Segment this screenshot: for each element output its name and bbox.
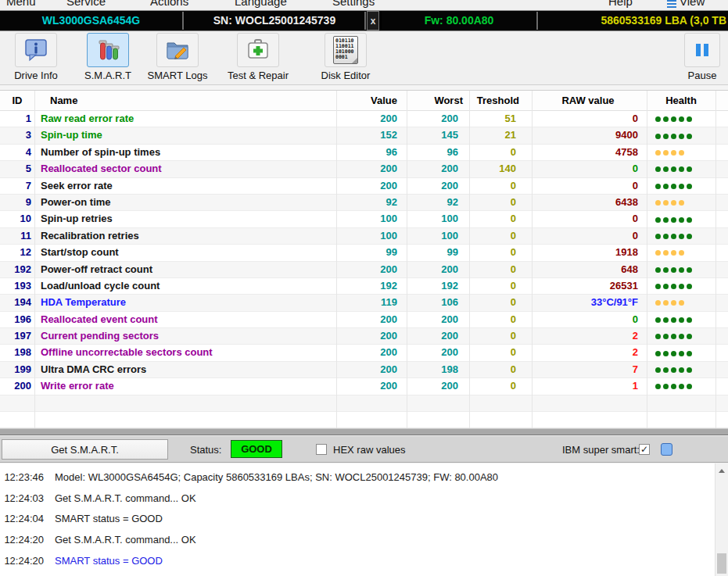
smart-button[interactable]: S.M.A.R.T <box>77 33 139 81</box>
table-row[interactable]: 200Write error rate20020001 <box>0 378 728 395</box>
attr-id: 10 <box>0 211 31 227</box>
log-message: SMART status = GOOD <box>55 555 163 567</box>
log-entries: 12:23:46Model: WL3000GSA6454G; Capacity … <box>0 467 714 571</box>
menu-item-menu[interactable]: Menu <box>6 0 36 9</box>
drive-model: WL3000GSA6454G <box>0 11 182 30</box>
health-dot-icon <box>671 234 676 239</box>
attr-worst: 200 <box>408 378 461 395</box>
health-dot-icon <box>679 250 684 256</box>
health-dot-icon <box>679 234 684 239</box>
table-row[interactable]: 198Offline uncorrectable sectors count20… <box>0 345 728 361</box>
test-repair-button[interactable]: Test & Repair <box>221 33 296 81</box>
health-dot-icon <box>687 134 692 139</box>
menu-item-settings[interactable]: Settings <box>332 0 375 9</box>
log-timestamp: 12:24:03 <box>0 492 44 504</box>
drive-capacity: 5860533169 LBA (3,0 TB <box>539 11 728 30</box>
attr-name: Current pending sectors <box>41 328 335 345</box>
health-dot-icon <box>655 284 661 289</box>
close-drive-tab-button[interactable]: x <box>367 11 379 30</box>
table-row[interactable]: 193Load/unload cycle count192192026531 <box>0 278 728 295</box>
smart-logs-button[interactable]: SMART Logs <box>142 33 213 81</box>
attr-raw-value: 648 <box>533 262 641 278</box>
table-row[interactable]: 1Raw read error rate200200510 <box>0 111 728 127</box>
view-label: View <box>680 0 705 9</box>
log-entry: 12:23:46Model: WL3000GSA6454G; Capacity … <box>0 467 714 488</box>
table-row[interactable]: 11Recalibration retries10010000 <box>0 228 728 245</box>
attr-name: Start/stop count <box>41 245 335 261</box>
table-row[interactable]: 194HDA Temperature119106033°C/91°F <box>0 295 728 311</box>
column-header-treshold[interactable]: Treshold <box>471 91 521 111</box>
drive-info-button[interactable]: Drive Info <box>2 33 70 81</box>
column-header-raw[interactable]: RAW value <box>533 91 643 111</box>
column-header-value[interactable]: Value <box>338 91 400 111</box>
table-row[interactable]: 196Reallocated event count20020000 <box>0 312 728 328</box>
table-row[interactable]: 7Seek error rate20020000 <box>0 178 728 195</box>
column-divider <box>34 91 35 435</box>
menu-item-actions[interactable]: Actions <box>150 0 188 9</box>
table-row[interactable]: 12Start/stop count999901918 <box>0 245 728 261</box>
table-row[interactable]: 192Power-off retract count2002000648 <box>0 262 728 278</box>
table-row[interactable]: 197Current pending sectors20020002 <box>0 328 728 345</box>
attr-value: 192 <box>338 278 400 295</box>
attr-health-dots <box>655 211 715 227</box>
column-header-health[interactable]: Health <box>647 91 715 111</box>
attr-id: 197 <box>0 328 31 345</box>
menu-item-view[interactable]: View <box>667 0 705 9</box>
attr-raw-value: 0 <box>533 228 641 245</box>
column-header-worst[interactable]: Worst <box>408 91 464 111</box>
health-dot-icon <box>671 150 676 156</box>
log-scrollbar[interactable] <box>715 463 728 576</box>
table-row[interactable]: 10Spin-up retries10010000 <box>0 211 728 227</box>
attr-treshold: 0 <box>471 178 519 195</box>
column-divider <box>715 91 716 435</box>
attr-treshold: 21 <box>471 127 519 144</box>
table-row[interactable]: 5Reallocated sector count2002001400 <box>0 161 728 177</box>
log-panel: 12:23:46Model: WL3000GSA6454G; Capacity … <box>0 463 728 576</box>
health-dot-icon <box>663 351 669 356</box>
binary-page-icon: 010110 110011 101000 0001 <box>325 33 367 67</box>
table-row[interactable]: 199Ultra DMA CRC errors20019807 <box>0 362 728 378</box>
menu-item-service[interactable]: Service <box>66 0 106 9</box>
pause-button[interactable]: Pause <box>680 33 725 81</box>
attr-raw-value: 0 <box>533 111 641 127</box>
health-dot-icon <box>655 384 661 389</box>
health-dot-icon <box>663 317 669 323</box>
hex-raw-values-checkbox[interactable] <box>316 444 327 455</box>
health-dot-icon <box>687 351 692 356</box>
health-dot-icon <box>679 334 684 339</box>
app-window: Menu Service Actions Language Settings H… <box>0 0 728 576</box>
health-dot-icon <box>663 334 669 339</box>
health-dot-icon <box>655 200 661 206</box>
smart-table-body: 1Raw read error rate2002005103Spin-up ti… <box>0 111 728 428</box>
table-row[interactable]: 4Number of spin-up times969604758 <box>0 145 728 161</box>
health-dot-icon <box>671 116 676 122</box>
attr-name: Power-off retract count <box>41 262 335 278</box>
attr-raw-value: 0 <box>533 312 641 328</box>
health-dot-icon <box>687 317 692 323</box>
menu-item-language[interactable]: Language <box>235 0 287 9</box>
attr-treshold: 51 <box>471 111 519 127</box>
attr-raw-value: 2 <box>533 345 641 361</box>
column-header-name[interactable]: Name <box>50 91 77 111</box>
disk-editor-button[interactable]: 010110 110011 101000 0001 Disk Editor <box>311 33 380 81</box>
health-dot-icon <box>655 234 661 239</box>
health-dot-icon <box>663 200 669 206</box>
health-dot-icon <box>687 166 692 172</box>
ibm-super-smart-checkbox[interactable] <box>639 444 650 455</box>
attr-raw-value: 9400 <box>533 127 641 144</box>
health-dot-icon <box>655 250 661 256</box>
get-smart-button[interactable]: Get S.M.A.R.T. <box>2 439 168 460</box>
scroll-thumb[interactable] <box>717 553 726 574</box>
attr-name: Ultra DMA CRC errors <box>41 362 335 378</box>
menu-item-help[interactable]: Help <box>608 0 633 9</box>
scroll-up-arrow-icon[interactable] <box>719 469 725 473</box>
attr-health-dots <box>655 228 715 245</box>
table-row[interactable]: 3Spin-up time152145219400 <box>0 127 728 144</box>
attr-health-dots <box>655 278 715 295</box>
attr-treshold: 0 <box>471 145 519 161</box>
splitter-bar[interactable] <box>0 428 728 435</box>
attr-value: 99 <box>338 245 400 261</box>
health-dot-icon <box>679 200 684 206</box>
table-row[interactable]: 9Power-on time929206438 <box>0 195 728 211</box>
column-header-id[interactable]: ID <box>0 91 34 111</box>
